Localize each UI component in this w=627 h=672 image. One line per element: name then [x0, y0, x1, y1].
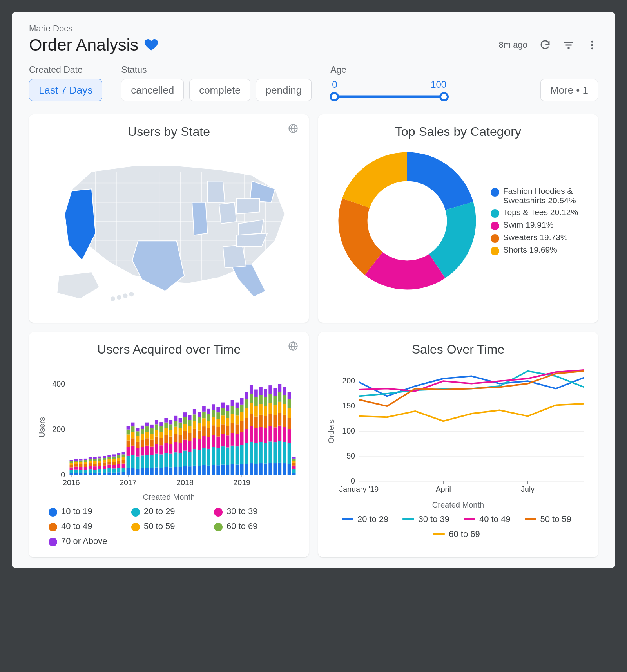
kebab-menu-icon[interactable] — [586, 39, 598, 51]
svg-rect-310 — [250, 394, 253, 403]
svg-rect-283 — [231, 400, 234, 406]
svg-rect-234 — [198, 412, 201, 417]
filter-label: Age — [330, 65, 448, 75]
svg-rect-111 — [117, 464, 120, 468]
svg-rect-115 — [117, 453, 120, 455]
svg-rect-244 — [207, 437, 210, 449]
more-filters-button[interactable]: More • 1 — [540, 79, 598, 101]
svg-rect-149 — [141, 429, 144, 434]
legend-item: 30 to 39 — [214, 506, 283, 517]
svg-rect-81 — [98, 472, 101, 475]
svg-rect-121 — [122, 454, 125, 457]
legend-text: 20 to 29 — [357, 514, 389, 524]
svg-rect-51 — [74, 461, 78, 462]
svg-rect-174 — [159, 445, 163, 454]
x-axis-label: Created Month — [327, 500, 589, 509]
svg-rect-364 — [288, 418, 291, 429]
svg-rect-338 — [268, 394, 272, 403]
svg-point-31 — [111, 296, 115, 301]
svg-rect-361 — [288, 464, 291, 475]
svg-rect-299 — [245, 443, 248, 464]
svg-rect-55 — [79, 467, 83, 470]
svg-point-34 — [129, 292, 134, 296]
breadcrumb[interactable]: Marie Docs — [29, 23, 598, 34]
card-top-sales-by-category: Top Sales by Category Fashion Hoodies & … — [318, 114, 598, 323]
svg-rect-102 — [112, 472, 116, 475]
svg-rect-351 — [278, 402, 282, 413]
line-chart-legend: 20 to 2930 to 3940 to 4950 to 5960 to 69 — [327, 509, 589, 540]
svg-rect-165 — [155, 467, 158, 475]
svg-rect-63 — [84, 464, 87, 467]
slider-handle-min[interactable] — [330, 92, 339, 101]
legend-dot-icon — [491, 209, 499, 218]
chip-last-7-days[interactable]: Last 7 Days — [29, 79, 102, 101]
svg-rect-281 — [231, 414, 234, 423]
stacked-bar-chart[interactable]: 02004002016201720182019 — [47, 362, 300, 493]
card-users-by-state: Users by State — [29, 114, 309, 323]
svg-rect-222 — [193, 449, 196, 466]
legend-dot-icon — [491, 247, 499, 255]
svg-rect-146 — [141, 447, 144, 455]
svg-rect-136 — [131, 422, 135, 426]
legend-dot-icon — [49, 523, 57, 531]
chip-pending[interactable]: pending — [256, 79, 312, 101]
svg-rect-185 — [164, 418, 168, 423]
svg-rect-82 — [98, 469, 101, 472]
svg-rect-76 — [93, 466, 97, 470]
legend-dot-icon — [214, 508, 223, 517]
svg-rect-270 — [226, 465, 230, 475]
svg-rect-84 — [98, 463, 101, 466]
title-row: Order Analysis 8m ago — [29, 35, 598, 54]
svg-rect-233 — [198, 417, 201, 423]
age-slider[interactable] — [330, 92, 448, 102]
donut-chart[interactable] — [331, 145, 484, 297]
svg-rect-240 — [202, 411, 206, 418]
filter-created-date: Created Date Last 7 Days — [29, 65, 102, 101]
globe-icon[interactable] — [288, 123, 299, 134]
legend-line-icon — [464, 518, 475, 520]
legend-dot-icon — [49, 538, 57, 546]
svg-rect-354 — [283, 463, 286, 475]
svg-rect-228 — [198, 466, 201, 475]
favorite-heart-icon[interactable] — [144, 38, 158, 52]
legend-item: 50 to 59 — [131, 521, 200, 531]
svg-rect-119 — [122, 460, 125, 464]
filter-bar: Created Date Last 7 Days Status cancelle… — [12, 54, 615, 114]
svg-rect-236 — [202, 448, 206, 465]
svg-rect-147 — [141, 440, 144, 447]
svg-rect-286 — [236, 434, 239, 446]
us-choropleth-map[interactable] — [38, 145, 300, 311]
svg-rect-321 — [259, 427, 263, 442]
svg-rect-49 — [74, 464, 78, 467]
svg-rect-98 — [107, 462, 111, 465]
line-chart[interactable]: 050100150200January '19AprilJuly — [336, 362, 589, 500]
svg-rect-253 — [212, 417, 215, 425]
svg-rect-341 — [273, 442, 277, 463]
svg-rect-152 — [145, 455, 149, 468]
svg-rect-252 — [212, 425, 215, 435]
last-updated-timestamp: 8m ago — [499, 40, 527, 50]
svg-rect-313 — [254, 443, 258, 464]
svg-rect-198 — [174, 421, 178, 427]
refresh-icon[interactable] — [539, 39, 551, 51]
globe-icon[interactable] — [288, 341, 299, 352]
svg-rect-346 — [273, 388, 277, 396]
chip-complete[interactable]: complete — [189, 79, 250, 101]
svg-rect-219 — [188, 420, 192, 426]
svg-rect-291 — [240, 464, 244, 475]
svg-rect-207 — [183, 466, 187, 475]
chip-cancelled[interactable]: cancelled — [121, 79, 184, 101]
legend-item: Sweaters 19.73% — [491, 233, 589, 243]
slider-handle-max[interactable] — [439, 92, 449, 101]
svg-rect-204 — [179, 428, 182, 435]
svg-rect-43 — [70, 463, 73, 465]
svg-rect-57 — [79, 462, 83, 464]
svg-rect-272 — [226, 435, 230, 447]
svg-rect-314 — [254, 428, 258, 443]
svg-rect-189 — [169, 436, 172, 444]
svg-rect-258 — [216, 436, 220, 448]
svg-rect-117 — [122, 468, 125, 472]
svg-rect-113 — [117, 458, 120, 461]
filter-icon[interactable] — [563, 39, 574, 51]
svg-rect-40 — [70, 470, 73, 473]
